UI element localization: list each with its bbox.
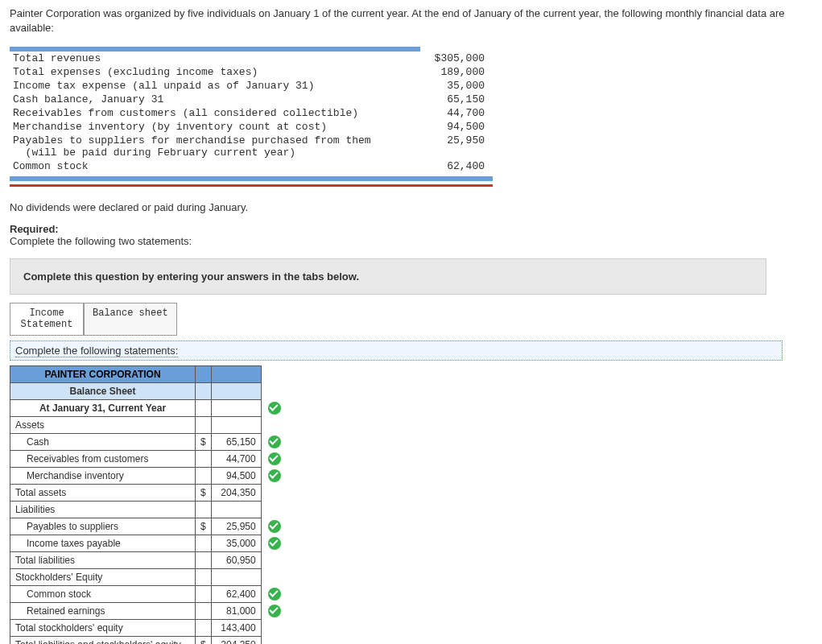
- balance-sheet-table: PAINTER CORPORATION Balance Sheet At Jan…: [10, 365, 283, 644]
- given-amount: 25,950: [423, 134, 493, 159]
- row-total-liabilities: Total liabilities: [10, 551, 196, 568]
- given-label: Merchandise inventory (by inventory coun…: [10, 120, 423, 134]
- check-icon: [268, 452, 281, 465]
- check-icon: [268, 469, 281, 482]
- given-label: Receivables from customers (all consider…: [10, 106, 423, 120]
- tab-balance-sheet[interactable]: Balance sheet: [84, 303, 177, 335]
- val-common-stock[interactable]: 62,400: [211, 585, 261, 602]
- val-inventory[interactable]: 94,500: [211, 467, 261, 484]
- val-total-liab-se: 204,350: [211, 636, 261, 644]
- given-label: Payables to suppliers for merchandise pu…: [10, 134, 423, 159]
- check-icon: [268, 537, 281, 550]
- given-label: Common stock: [10, 159, 423, 173]
- row-assets-header[interactable]: Assets: [10, 416, 196, 433]
- check-icon: [268, 605, 281, 617]
- red-divider: [10, 184, 493, 187]
- row-common-stock[interactable]: Common stock: [10, 585, 196, 602]
- val-total-se: 143,400: [211, 619, 261, 636]
- check-icon: [268, 402, 281, 415]
- check-icon: [268, 436, 281, 448]
- given-label: Total revenues: [10, 52, 423, 65]
- given-label: Income tax expense (all unpaid as of Jan…: [10, 79, 423, 93]
- bs-title-date: At January 31, Current Year: [10, 399, 196, 416]
- bottom-accent-bar: [10, 176, 493, 181]
- required-text: Complete the following two statements:: [10, 235, 192, 247]
- check-icon: [268, 520, 281, 533]
- row-receivables[interactable]: Receivables from customers: [10, 450, 196, 467]
- val-payables[interactable]: 25,950: [211, 518, 261, 535]
- row-liabilities-header[interactable]: Liabilities: [10, 501, 196, 518]
- val-total-liabilities: 60,950: [211, 551, 261, 568]
- given-amount: 94,500: [423, 120, 493, 134]
- given-amount: 35,000: [423, 79, 493, 93]
- row-payables[interactable]: Payables to suppliers: [10, 518, 196, 535]
- statement-tabs: Income Statement Balance sheet: [10, 303, 812, 335]
- row-total-assets: Total assets: [10, 484, 196, 501]
- bs-title-company: PAINTER CORPORATION: [10, 365, 196, 382]
- row-cash[interactable]: Cash: [10, 433, 196, 450]
- given-label: Cash balance, January 31: [10, 93, 423, 106]
- given-amount: 44,700: [423, 106, 493, 120]
- val-receivables[interactable]: 44,700: [211, 450, 261, 467]
- intro-text: Painter Corporation was organized by fiv…: [10, 6, 799, 35]
- given-amount: 189,000: [423, 65, 493, 79]
- required-block: Required: Complete the following two sta…: [10, 223, 812, 247]
- val-taxes-payable[interactable]: 35,000: [211, 535, 261, 551]
- sub-instruction: Complete the following statements:: [10, 341, 783, 361]
- given-amount: 62,400: [423, 159, 493, 173]
- given-data-table: Total revenues$305,000 Total expenses (e…: [10, 52, 493, 173]
- row-total-se: Total stockholders' equity: [10, 619, 196, 636]
- row-total-liab-se: Total liabilities and stockholders' equi…: [10, 636, 196, 644]
- val-cash[interactable]: 65,150: [211, 433, 261, 450]
- row-se-header[interactable]: Stockholders' Equity: [10, 568, 196, 585]
- bs-title-statement: Balance Sheet: [10, 382, 196, 399]
- given-data-block: Total revenues$305,000 Total expenses (e…: [10, 47, 812, 187]
- check-icon: [268, 588, 281, 601]
- given-label: Total expenses (excluding income taxes): [10, 65, 423, 79]
- row-retained-earnings[interactable]: Retained earnings: [10, 602, 196, 619]
- no-dividends-note: No dividends were declared or paid durin…: [10, 201, 812, 213]
- tab-income-statement[interactable]: Income Statement: [10, 303, 84, 335]
- given-amount: 65,150: [423, 93, 493, 106]
- val-retained-earnings[interactable]: 81,000: [211, 602, 261, 619]
- row-inventory[interactable]: Merchandise inventory: [10, 467, 196, 484]
- row-taxes-payable[interactable]: Income taxes payable: [10, 535, 196, 551]
- val-total-assets: 204,350: [211, 484, 261, 501]
- instruction-box: Complete this question by entering your …: [10, 258, 766, 295]
- given-amount: $305,000: [423, 52, 493, 65]
- required-label: Required:: [10, 223, 59, 235]
